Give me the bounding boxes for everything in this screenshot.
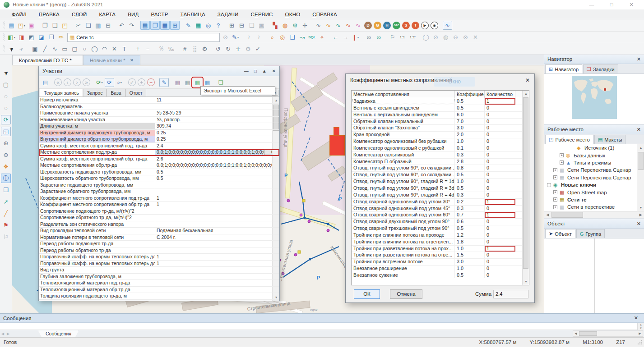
panel-legend-toggle[interactable]: ▦ (160, 21, 170, 30)
map-tab-novye-klyuchi[interactable]: Новые ключи *✕ (83, 55, 140, 65)
table-row[interactable]: Отвод, гнутый под углом 90°, гладкий R =… (352, 192, 529, 199)
menu-raster[interactable]: РАСТР (151, 12, 168, 17)
property-row[interactable]: Шероховатость подающего трубопровода, мм… (39, 169, 279, 176)
rect-tool[interactable]: ▭ (60, 44, 69, 53)
minimize-button[interactable]: — (582, 0, 602, 9)
property-row[interactable]: Сумма коэф. местных сопротивлений обр. т… (39, 156, 279, 163)
table-row[interactable]: Отвод сварной одношовный под углом 45° 0… (352, 206, 529, 212)
ellipse-tool[interactable]: ◯ (90, 44, 99, 53)
layer-edit-button[interactable]: ◪ (37, 33, 46, 42)
tab-bookmarks[interactable]: ❏Закладки (583, 64, 618, 73)
property-row[interactable]: Коэффициент местного сопротивления под.т… (39, 195, 279, 202)
zs-analysis-button[interactable]: ◍ (280, 21, 290, 30)
forward-button[interactable]: → (341, 33, 350, 42)
table-row[interactable]: Внезапное сужение 0.5 0 (352, 272, 529, 278)
rounded-rect-tool[interactable]: ▢ (70, 44, 79, 53)
refresh-map-button[interactable]: ⟳ (1, 115, 11, 124)
scroll-left-icon[interactable]: ◀ (573, 331, 579, 336)
find-layers-button[interactable]: ❏ (287, 33, 297, 42)
node-tool[interactable]: ▣ (30, 44, 40, 53)
property-row[interactable]: Поправочный коэфф. на нормы тепловых пот… (39, 254, 279, 261)
mask-add-button[interactable]: ✕ (471, 33, 480, 42)
tree-expander[interactable]: + (553, 168, 557, 172)
flag-tool[interactable]: ⚑ (1, 220, 11, 230)
scroll-left-icon[interactable]: ◀ (544, 211, 551, 218)
relations-button[interactable]: ↝ (297, 33, 307, 42)
property-row[interactable]: Период работы подающего тр-да ... (39, 241, 279, 247)
delete-button[interactable]: ⊟ (103, 21, 113, 30)
chart-s-button[interactable]: ∿ (353, 21, 363, 30)
tab-layouts[interactable]: ▤Макеты (594, 135, 625, 144)
settings-button[interactable]: ⚙ (243, 44, 253, 53)
property-row[interactable]: Зарастание обратного трубопровода, мм ..… (39, 188, 279, 195)
vertex-tool-button[interactable]: ≀ (244, 33, 254, 42)
badge-g-button[interactable]: G (374, 22, 381, 29)
layer-props-button[interactable]: ◩ (27, 33, 36, 42)
menu-service[interactable]: СЕРВИС (251, 12, 273, 17)
dialog-scrollbar[interactable]: ▲ ▼ (522, 91, 529, 285)
table-row[interactable]: Кран проходной 2.0 0 (352, 132, 529, 138)
scale-custom-button[interactable]: 1:1̈ (408, 33, 417, 42)
uchastki-close-button[interactable]: ✕ (272, 69, 276, 73)
table-row[interactable]: Тройник при разветвлении потока на отве.… (352, 252, 529, 259)
print-button[interactable]: ❐ (40, 21, 50, 30)
tab-navigator[interactable]: ⊞Навигатор (545, 64, 582, 73)
tree-scrollbar[interactable]: ▲ ▼ (637, 144, 644, 211)
tree-expander[interactable]: + (553, 190, 557, 194)
first-record-button[interactable]: « (54, 78, 62, 86)
full-extent-button[interactable]: ◱ (1, 127, 11, 136)
percent-button[interactable]: ％ (157, 44, 166, 53)
print-preview-button[interactable]: ❑ (50, 21, 60, 30)
menu-tasks[interactable]: ЗАДАЧИ (218, 12, 239, 17)
zulu-blocks-button[interactable]: ▚ (270, 21, 280, 30)
table-row[interactable]: Отвод сварной одношовный под углом 30° 0… (352, 199, 529, 206)
bookmark-button[interactable]: ❙ (351, 33, 360, 42)
play-button[interactable]: ▶ (421, 22, 429, 29)
property-row[interactable]: Глубина заложения трубопровода, м ... (39, 274, 279, 280)
edit-mode-button[interactable]: ✎ (184, 21, 193, 30)
property-row[interactable]: Вид прокладки тепловой сети Подземная бе… (39, 228, 279, 234)
tree-item-nets-in-perspective[interactable]: + ▦ Сети в перспективе (544, 203, 644, 211)
resize-grip[interactable] (637, 339, 643, 345)
mask-x-button[interactable]: ⊗ (461, 33, 470, 42)
table-row[interactable]: Задвижка 0.5 1 (352, 98, 529, 105)
replay-button[interactable]: ◉ (431, 22, 438, 29)
undo-button[interactable]: ↶ (117, 21, 126, 30)
delete-record-button[interactable]: − (147, 78, 155, 86)
property-row[interactable]: Период работы обратного тр-да ... (39, 247, 279, 254)
menu-layer[interactable]: СЛОЙ (72, 12, 87, 17)
rotate-right-button[interactable]: ↻ (223, 44, 233, 53)
menu-view[interactable]: ВИД (128, 12, 139, 17)
export-image-button[interactable]: ◳ (60, 21, 69, 30)
table-button[interactable]: ▦ (194, 21, 203, 30)
permille-button[interactable]: ‰ (167, 44, 176, 53)
select-rect-tool[interactable]: ▢ (1, 80, 11, 89)
table-row[interactable]: Компенсатор сальниковый 0.3 0 (352, 152, 529, 159)
tree-item-source[interactable]: ◆ Источник (1) (544, 144, 644, 151)
find-geo-button[interactable]: ⌖ (317, 33, 327, 42)
table-row[interactable]: Обратный клапан "Захлопка" 3.0 0 (352, 125, 529, 132)
table-row[interactable]: Отвод, гнутый под углом 90°, со складкам… (352, 165, 529, 172)
table-row[interactable]: Вентиль с косым шпинделем 0.5 0 (352, 105, 529, 112)
label-tool-button[interactable]: ⚐ (388, 33, 397, 42)
excel-export-button[interactable]: ▦ (193, 78, 202, 87)
table-row[interactable]: Отвод сварной двухшовный под углом 90° 0… (352, 219, 529, 225)
grid-button[interactable]: # (180, 44, 190, 53)
messages-tab[interactable]: Сообщения (38, 330, 79, 337)
add-layer-button[interactable]: ◧ (7, 33, 16, 42)
back-button[interactable]: ← (331, 33, 340, 42)
chart-t-button[interactable]: ∿ (343, 21, 353, 30)
line-tool[interactable]: ╱ (40, 44, 50, 53)
badge-h-button[interactable]: H (383, 22, 391, 29)
table-row[interactable]: Тройник при слиянии потока на проходе 1.… (352, 232, 529, 239)
scroll-right-icon[interactable]: ▶ (637, 211, 644, 218)
table-row[interactable]: Отвод, гнутый под углом 90°, со складкам… (352, 172, 529, 179)
property-row[interactable]: Коэффициент местного сопротивления обр.т… (39, 202, 279, 208)
tab-workspace[interactable]: ◰Рабочее место (545, 135, 593, 144)
last-record-button[interactable]: » (83, 78, 90, 86)
property-row[interactable]: Сопротивление обратного тр-да, м/(т/ч)"2… (39, 215, 279, 221)
scroll-thumb[interactable] (579, 331, 597, 336)
menu-table[interactable]: ТАБЛИЦА (181, 12, 205, 17)
network-model-button[interactable]: ⚙ (290, 21, 300, 30)
tree-expander[interactable]: + (560, 160, 564, 165)
